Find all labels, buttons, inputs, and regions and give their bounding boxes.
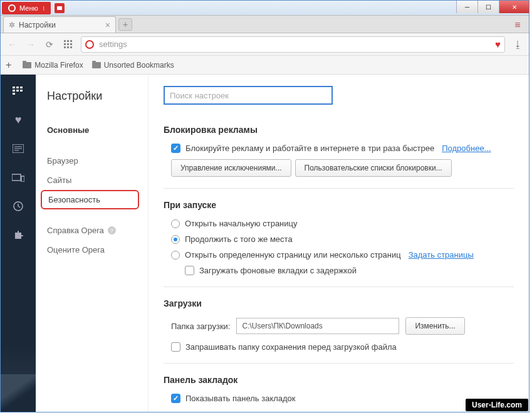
section-downloads: Загрузки Папка загрузки: C:\Users\ПК\Dow… bbox=[164, 298, 514, 352]
set-pages-link[interactable]: Задать страницы bbox=[409, 250, 474, 260]
startup-radio-continue[interactable] bbox=[171, 235, 180, 244]
ask-folder-checkbox[interactable] bbox=[171, 342, 180, 352]
startup-radio-pages[interactable] bbox=[171, 251, 180, 260]
divider bbox=[164, 363, 514, 364]
new-tab-button[interactable]: + bbox=[118, 18, 132, 31]
bookmark-label: Unsorted Bookmarks bbox=[104, 61, 174, 70]
back-icon[interactable]: ← bbox=[6, 38, 18, 51]
bookmark-folder-mozilla[interactable]: Mozilla Firefox bbox=[23, 61, 83, 70]
section-adblock: Блокировка рекламы Блокируйте рекламу и … bbox=[164, 125, 514, 177]
svg-rect-1 bbox=[67, 40, 69, 42]
download-folder-label: Папка загрузки: bbox=[171, 322, 230, 331]
svg-rect-2 bbox=[70, 40, 72, 42]
downloads-icon[interactable]: ⭳ bbox=[511, 38, 524, 51]
change-folder-button[interactable]: Изменить... bbox=[405, 317, 464, 335]
startup-radio-home[interactable] bbox=[171, 219, 180, 228]
left-navigation: ♥ bbox=[1, 75, 36, 412]
dropdown-arrow-icon: | bbox=[43, 5, 44, 11]
maximize-button[interactable]: ☐ bbox=[477, 1, 499, 13]
help-label: Справка Opera bbox=[47, 226, 104, 235]
decorative-mountain bbox=[1, 374, 36, 412]
bookmark-label: Mozilla Firefox bbox=[34, 61, 83, 70]
search-input[interactable] bbox=[164, 86, 333, 105]
bookmark-folder-unsorted[interactable]: Unsorted Bookmarks bbox=[92, 61, 174, 70]
reload-icon[interactable]: ⟳ bbox=[43, 38, 56, 51]
lazy-load-checkbox[interactable] bbox=[185, 266, 194, 275]
svg-rect-6 bbox=[64, 46, 66, 48]
sidebar-item-rate[interactable]: Оцените Opera bbox=[47, 240, 148, 260]
sidebar-item-basic[interactable]: Основные bbox=[47, 120, 148, 140]
svg-rect-5 bbox=[70, 43, 72, 45]
download-path-value: C:\Users\ПК\Downloads bbox=[242, 322, 322, 330]
bookmarks-bar: + Mozilla Firefox Unsorted Bookmarks bbox=[1, 56, 529, 75]
bookmarks-nav-icon[interactable]: ♥ bbox=[11, 112, 26, 127]
menu-button[interactable]: Меню | bbox=[2, 2, 51, 14]
tab-title: Настройки bbox=[19, 21, 56, 29]
speed-dial-nav-icon[interactable] bbox=[11, 83, 26, 98]
speed-dial-icon[interactable] bbox=[62, 38, 75, 51]
app-menu-icon[interactable]: ≡ bbox=[511, 19, 524, 31]
sidebar-item-sites[interactable]: Сайты bbox=[47, 171, 148, 190]
bookmark-heart-icon[interactable]: ♥ bbox=[495, 39, 501, 50]
svg-rect-15 bbox=[13, 93, 15, 95]
svg-rect-0 bbox=[64, 40, 66, 42]
tab-bar: ✲ Настройки × + ≡ bbox=[1, 16, 529, 33]
history-nav-icon[interactable] bbox=[11, 199, 26, 214]
menu-label: Меню bbox=[19, 4, 38, 12]
svg-rect-11 bbox=[20, 87, 23, 88]
opera-logo-icon bbox=[8, 4, 16, 12]
svg-rect-10 bbox=[16, 87, 19, 88]
minimize-button[interactable]: ─ bbox=[456, 1, 477, 13]
forward-icon[interactable]: → bbox=[24, 38, 37, 51]
page-title: Настройки bbox=[47, 90, 148, 103]
settings-main: Блокировка рекламы Блокируйте рекламу и … bbox=[149, 75, 529, 412]
section-bookmarkbar: Панель закладок Показывать панель заклад… bbox=[164, 375, 514, 403]
sidebar-item-security[interactable]: Безопасность bbox=[41, 190, 139, 209]
svg-rect-12 bbox=[13, 90, 15, 92]
section-title: При запуске bbox=[164, 200, 514, 210]
radio-label: Открыть начальную страницу bbox=[185, 219, 298, 228]
help-icon: ? bbox=[108, 226, 116, 234]
add-bookmark-icon[interactable]: + bbox=[6, 60, 11, 71]
svg-rect-8 bbox=[70, 46, 72, 48]
speech-icon[interactable] bbox=[55, 3, 65, 13]
adblock-label: Блокируйте рекламу и работайте в интерне… bbox=[185, 144, 434, 153]
opera-page-icon bbox=[85, 40, 94, 49]
svg-rect-7 bbox=[67, 46, 69, 48]
divider bbox=[164, 286, 514, 287]
divider bbox=[164, 188, 514, 189]
extensions-nav-icon[interactable] bbox=[11, 228, 26, 243]
radio-label: Открыть определенную страницу или нескол… bbox=[185, 250, 401, 260]
close-button[interactable]: ✕ bbox=[499, 1, 529, 13]
download-path-input[interactable]: C:\Users\ПК\Downloads bbox=[236, 318, 399, 334]
section-title: Загрузки bbox=[164, 298, 514, 308]
checkbox-label: Запрашивать папку сохранения перед загру… bbox=[185, 342, 397, 352]
sidebar-item-help[interactable]: Справка Opera ? bbox=[47, 221, 148, 240]
show-bookmarkbar-checkbox[interactable] bbox=[171, 394, 180, 403]
settings-sidebar: Настройки Основные Браузер Сайты Безопас… bbox=[36, 75, 149, 412]
sync-nav-icon[interactable] bbox=[11, 170, 26, 185]
tab-close-icon[interactable]: × bbox=[105, 20, 110, 30]
news-nav-icon[interactable] bbox=[11, 141, 26, 156]
nav-toolbar: ← → ⟳ ♥ ⭳ bbox=[1, 33, 529, 56]
gear-icon: ✲ bbox=[9, 21, 15, 29]
svg-rect-14 bbox=[20, 90, 23, 92]
folder-icon bbox=[23, 62, 31, 68]
tab-settings[interactable]: ✲ Настройки × bbox=[3, 16, 116, 33]
address-bar[interactable]: ♥ bbox=[81, 36, 505, 53]
exceptions-button[interactable]: Управление исключениями... bbox=[171, 159, 291, 177]
watermark: User-Life.com bbox=[466, 399, 528, 411]
adblock-more-link[interactable]: Подробнее... bbox=[442, 144, 491, 153]
svg-rect-9 bbox=[13, 87, 15, 88]
svg-rect-13 bbox=[16, 90, 19, 92]
custom-lists-button[interactable]: Пользовательские списки блокировки... bbox=[295, 159, 452, 177]
section-title: Блокировка рекламы bbox=[164, 125, 514, 135]
section-title: Панель закладок bbox=[164, 375, 514, 385]
svg-rect-21 bbox=[21, 176, 24, 182]
url-input[interactable] bbox=[99, 39, 490, 49]
adblock-checkbox[interactable] bbox=[171, 144, 180, 153]
svg-line-24 bbox=[18, 206, 20, 208]
folder-icon bbox=[92, 62, 101, 68]
svg-rect-20 bbox=[12, 174, 21, 181]
sidebar-item-browser[interactable]: Браузер bbox=[47, 151, 148, 171]
